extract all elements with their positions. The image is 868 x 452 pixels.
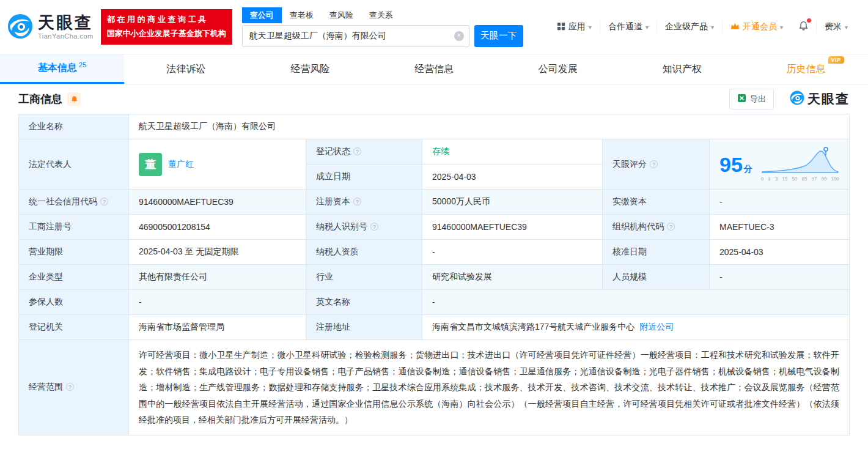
logo[interactable]: 天眼查 TianYanCha.com [7,13,94,41]
brand-name: 天眼查 [38,14,94,32]
header: 天眼查 TianYanCha.com 都 在 用 的 商 业 查 询 工 具 国… [0,0,868,54]
paid-capital-value: - [710,190,850,215]
business-scope-value: 许可经营项目：微小卫星生产制造；微小卫星科研试验；检验检测服务；货物进出口；技术… [129,340,850,435]
tianyancha-logo-icon [790,91,804,108]
help-icon[interactable]: ? [100,198,108,206]
business-term-label: 营业期限 [19,240,129,265]
search-tab-company[interactable]: 查公司 [242,7,282,23]
row-company-type: 企业类型 其他有限责任公司 行业 研究和试验发展 人员规模 - [19,265,850,290]
taxpayer-quality-label: 纳税人资质 [306,240,422,265]
credit-code-label: 统一社会信用代码? [19,190,129,215]
org-code-label: 组织机构代码? [603,215,710,240]
credit-code-value: 91460000MAEFTUEC39 [129,190,306,215]
alert-bell-icon[interactable] [67,92,81,106]
company-type-value: 其他有限责任公司 [129,265,306,290]
search-tab-risk[interactable]: 查风险 [322,7,361,23]
industry-label: 行业 [306,265,422,290]
legal-rep-cell: 董 董广红 [129,139,306,190]
crown-icon [730,22,740,32]
nav-apps[interactable]: 应用 ▾ [549,21,600,33]
search-input[interactable] [242,25,469,47]
reg-capital-label: 注册资本? [306,190,422,215]
tianyancha-logo-icon [7,13,33,41]
help-icon[interactable]: ? [353,147,361,155]
staff-size-label: 人员规模 [603,265,710,290]
section-header: 工商信息 导出 [0,84,868,114]
row-reg-number: 工商注册号 469005001208154 纳税人识别号? 91460000MA… [19,215,850,240]
vip-badge: VIP [828,56,844,64]
reg-capital-value: 50000万人民币 [422,190,603,215]
nav-user[interactable]: 费米 ▾ [816,21,856,33]
org-code-value: MAEFTUEC-3 [710,215,850,240]
nav-partner[interactable]: 合作通道 ▾ [600,21,657,33]
tab-history-info[interactable]: 历史信息 VIP [744,54,868,84]
paid-capital-label: 实缴资本 [603,190,710,215]
help-icon[interactable]: ? [66,383,74,391]
search-tab-relation[interactable]: 查关系 [361,7,401,23]
nav-enterprise[interactable]: 企业级产品 ▾ [657,21,722,33]
reg-number-value: 469005001208154 [129,215,306,240]
slogan-line1: 都 在 用 的 商 业 查 询 工 具 [107,13,226,27]
notification-bell-icon[interactable] [791,21,816,33]
watermark-logo: 天眼查 [790,91,850,108]
staff-size-value: - [710,265,850,290]
reg-status-value: 存续 [422,139,603,165]
tab-legal[interactable]: 法律诉讼 [124,54,248,84]
search-button[interactable]: 天眼一下 [474,25,523,47]
business-term-value: 2025-04-03 至 无固定期限 [129,240,306,265]
legal-rep-link[interactable]: 董广红 [168,159,194,170]
row-business-scope: 经营范围? 许可经营项目：微小卫星生产制造；微小卫星科研试验；检验检测服务；货物… [19,340,850,435]
reg-authority-label: 登记机关 [19,315,129,340]
slogan-banner: 都 在 用 的 商 业 查 询 工 具 国家中小企业发展子基金旗下机构 [101,9,232,45]
page: 天眼查 TianYanCha.com 都 在 用 的 商 业 查 询 工 具 国… [0,0,868,452]
search-tab-boss[interactable]: 查老板 [282,7,322,23]
help-icon[interactable]: ? [353,198,361,206]
score-value: 95分 [719,154,752,175]
row-credit-code: 统一社会信用代码? 91460000MAEFTUEC39 注册资本? 50000… [19,190,850,215]
insured-value: - [129,290,306,315]
legal-rep-avatar[interactable]: 董 [139,153,162,176]
score-axis: 0131550859799100 [761,176,839,182]
chevron-down-icon: ▾ [589,24,592,31]
tab-company-development[interactable]: 公司发展 [496,54,620,84]
tab-operating-info[interactable]: 经营信息 [372,54,496,84]
row-business-term: 营业期限 2025-04-03 至 无固定期限 纳税人资质 - 核准日期 202… [19,240,850,265]
export-button[interactable]: 导出 [729,89,774,109]
tab-intellectual-property[interactable]: 知识产权 [620,54,744,84]
company-name-label: 企业名称 [19,114,129,139]
slogan-line2: 国家中小企业发展子基金旗下机构 [107,27,226,41]
row-insured: 参保人数 - 英文名称 - [19,290,850,315]
established-label: 成立日期 [306,165,422,190]
search-area: 查公司 查老板 查风险 查关系 × 天眼一下 [242,7,523,47]
section-title: 工商信息 [18,92,62,106]
tab-operating-risk[interactable]: 经营风险 [248,54,372,84]
chevron-down-icon: ▾ [645,24,649,31]
help-icon[interactable]: ? [650,160,658,168]
status-badge: 存续 [432,146,449,156]
chevron-down-icon: ▾ [845,24,848,31]
tab-count-badge: 25 [79,61,86,69]
nav-vip[interactable]: 开通会员 ▾ [722,21,791,33]
approval-date-label: 核准日期 [603,240,710,265]
business-info-table: 企业名称 航天卫星超级工厂（海南）有限公司 法定代表人 董 董广红 登记状态? … [18,114,850,435]
reg-number-label: 工商注册号 [19,215,129,240]
established-value: 2025-04-03 [422,165,603,190]
tab-basic-info[interactable]: 基本信息 25 [0,54,124,84]
score-cell: 95分 0131550859799100 [710,139,850,190]
header-nav: 应用 ▾ 合作通道 ▾ 企业级产品 ▾ 开通会员 ▾ [549,21,856,33]
help-icon[interactable]: ? [667,223,675,231]
help-icon[interactable]: ? [370,223,378,231]
chevron-down-icon: ▾ [711,24,714,31]
insured-label: 参保人数 [19,290,129,315]
row-legal-rep: 法定代表人 董 董广红 登记状态? 存续 天眼评分? [19,139,850,165]
english-name-value: - [422,290,850,315]
approval-date-value: 2025-04-03 [710,240,850,265]
clear-icon[interactable]: × [454,31,464,41]
nearby-companies-link[interactable]: 附近公司 [639,322,674,332]
taxpayer-quality-value: - [422,240,603,265]
notification-dot [807,18,811,23]
reg-authority-value: 海南省市场监督管理局 [129,315,306,340]
row-reg-authority: 登记机关 海南省市场监督管理局 注册地址 海南省文昌市文城镇滨湾路177号航天城… [19,315,850,340]
taxpayer-id-value: 91460000MAEFTUEC39 [422,215,603,240]
app-grid-icon [557,22,565,32]
